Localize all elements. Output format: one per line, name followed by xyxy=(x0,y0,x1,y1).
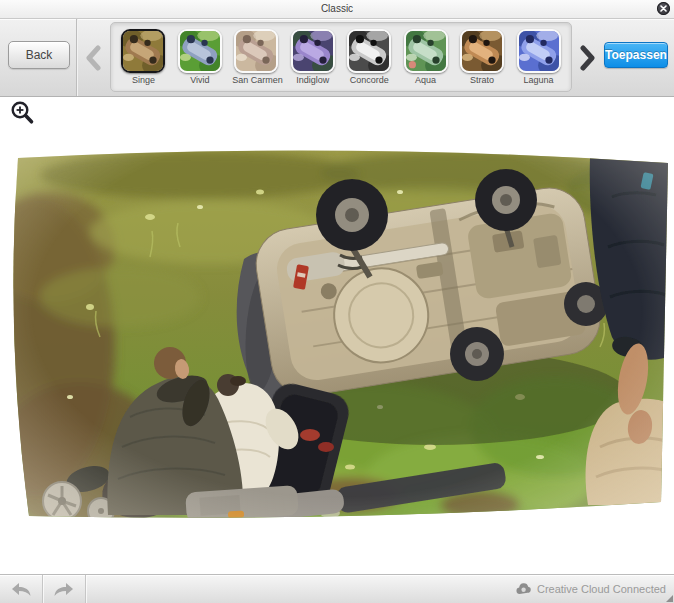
filter-label: San Carmen xyxy=(232,75,280,85)
filter-thumb-san-carmen[interactable]: San Carmen xyxy=(232,29,280,85)
filter-preview[interactable] xyxy=(347,29,391,73)
filter-preview[interactable] xyxy=(291,29,335,73)
chevron-left-icon[interactable] xyxy=(84,45,104,71)
back-button[interactable]: Back xyxy=(8,41,70,69)
filter-toolbar: Back Singe Vivid xyxy=(0,19,674,97)
apply-button[interactable]: Toepassen xyxy=(604,42,668,68)
filter-preview[interactable] xyxy=(234,29,278,73)
titlebar: Classic xyxy=(0,0,674,19)
filter-thumb-aqua[interactable]: Aqua xyxy=(402,29,450,85)
filter-strip: Singe Vivid San Carmen xyxy=(110,22,572,92)
creative-cloud-icon xyxy=(515,583,532,595)
close-button[interactable] xyxy=(657,2,670,15)
statusbar: Creative Cloud Connected xyxy=(0,574,674,603)
filter-thumb-indiglow[interactable]: Indiglow xyxy=(289,29,337,85)
undo-button[interactable] xyxy=(0,575,43,603)
editor-canvas-area xyxy=(0,97,674,575)
filter-label: Indiglow xyxy=(289,75,337,85)
filter-label: Vivid xyxy=(176,75,224,85)
filter-thumb-laguna[interactable]: Laguna xyxy=(515,29,563,85)
page-title: Classic xyxy=(0,0,674,18)
app-window: Classic Back Singe xyxy=(0,0,674,603)
filter-preview[interactable] xyxy=(404,29,448,73)
filter-preview[interactable] xyxy=(178,29,222,73)
filter-thumb-singe[interactable]: Singe xyxy=(119,29,167,85)
filter-thumb-vivid[interactable]: Vivid xyxy=(176,29,224,85)
filter-label: Singe xyxy=(119,75,167,85)
filter-label: Strato xyxy=(458,75,506,85)
filter-label: Concorde xyxy=(345,75,393,85)
filter-label: Aqua xyxy=(402,75,450,85)
toolbar-divider xyxy=(76,19,77,96)
undo-arrow-icon xyxy=(9,580,33,598)
resize-handle[interactable] xyxy=(666,595,673,602)
connection-label: Creative Cloud Connected xyxy=(537,583,666,595)
close-icon xyxy=(660,5,667,12)
filter-label: Laguna xyxy=(515,75,563,85)
redo-button[interactable] xyxy=(43,575,86,603)
redo-arrow-icon xyxy=(52,580,76,598)
filter-preview[interactable] xyxy=(460,29,504,73)
filter-thumb-concorde[interactable]: Concorde xyxy=(345,29,393,85)
filter-preview[interactable] xyxy=(517,29,561,73)
chevron-right-icon[interactable] xyxy=(577,45,597,71)
creative-cloud-status: Creative Cloud Connected xyxy=(515,575,666,603)
filter-thumb-strato[interactable]: Strato xyxy=(458,29,506,85)
filter-preview[interactable] xyxy=(121,29,165,73)
photo-canvas[interactable] xyxy=(0,97,674,575)
